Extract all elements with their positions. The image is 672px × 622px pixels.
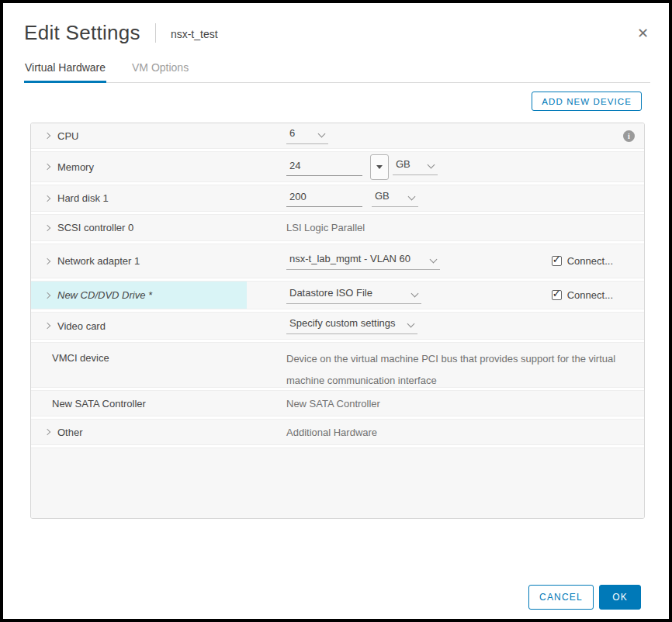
expand-chevron-icon[interactable] xyxy=(44,164,50,170)
network-select[interactable]: nsx-t_lab_mgmt - VLAN 60 xyxy=(286,253,440,270)
dialog-header: Edit Settings nsx-t_test ✕ xyxy=(3,3,669,45)
row-scsi-control-cell: LSI Logic Parallel xyxy=(286,215,644,240)
memory-size-input[interactable] xyxy=(286,158,362,176)
row-network-control-cell: nsx-t_lab_mgmt - VLAN 60 xyxy=(286,244,552,278)
expand-chevron-icon[interactable] xyxy=(44,292,50,298)
video-settings-select[interactable]: Specify custom settings xyxy=(286,317,417,334)
row-label: New SATA Controller xyxy=(52,398,146,409)
video-settings-value: Specify custom settings xyxy=(289,317,396,329)
row-other-label-cell: Other xyxy=(31,420,247,444)
row-other: Other Additional Hardware xyxy=(31,419,644,445)
check-icon: ✓ xyxy=(552,288,561,299)
network-select-value: nsx-t_lab_mgmt - VLAN 60 xyxy=(289,253,410,264)
row-vmci-control-cell: Device on the virtual machine PCI bus th… xyxy=(286,343,644,387)
row-video-control-cell: Specify custom settings xyxy=(286,313,644,339)
scsi-controller-value: LSI Logic Parallel xyxy=(286,222,365,233)
row-video-label-cell: Video card xyxy=(31,313,247,339)
connect-checkbox-label: Connect... xyxy=(567,255,613,267)
row-sata-control-cell: New SATA Controller xyxy=(286,391,644,416)
cpu-count-select[interactable]: 6 xyxy=(286,127,328,144)
disk-size-input[interactable] xyxy=(286,189,362,207)
cd-dvd-media-select[interactable]: Datastore ISO File xyxy=(286,287,421,304)
row-sata-controller: New SATA Controller New SATA Controller xyxy=(31,390,644,416)
vmci-description: Device on the virtual machine PCI bus th… xyxy=(286,348,620,392)
disk-unit-select[interactable]: GB xyxy=(372,190,418,207)
chevron-down-icon xyxy=(430,255,438,263)
row-sata-label-cell: New SATA Controller xyxy=(31,391,247,416)
title-divider xyxy=(155,23,156,43)
empty-row xyxy=(31,447,644,518)
chevron-down-icon xyxy=(411,289,419,297)
row-scsi-label-cell: SCSI controller 0 xyxy=(31,215,247,240)
row-network-right-zone: ✓ Connect... xyxy=(552,244,644,278)
row-cpu: CPU 6 i xyxy=(31,123,644,149)
connect-checkbox-label: Connect... xyxy=(567,289,613,301)
tab-virtual-hardware[interactable]: Virtual Hardware xyxy=(24,61,106,83)
stepper-down-icon xyxy=(376,165,383,169)
expand-chevron-icon[interactable] xyxy=(44,224,50,230)
expand-chevron-icon[interactable] xyxy=(44,133,50,139)
row-network-label-cell: Network adapter 1 xyxy=(31,244,247,278)
tab-content: ADD NEW DEVICE CPU 6 i xyxy=(3,83,669,619)
dialog-footer: CANCEL OK xyxy=(30,585,645,610)
tab-vm-options[interactable]: VM Options xyxy=(131,61,189,83)
chevron-down-icon xyxy=(428,161,435,169)
hardware-table: CPU 6 i Memory xyxy=(30,123,645,519)
row-label: Video card xyxy=(57,320,106,332)
row-vmci-device: VMCI device Device on the virtual machin… xyxy=(31,342,644,388)
row-other-control-cell: Additional Hardware xyxy=(286,420,644,444)
row-label: Other xyxy=(57,427,83,438)
row-network-adapter: Network adapter 1 nsx-t_lab_mgmt - VLAN … xyxy=(31,244,644,278)
row-cd-dvd-right-zone: ✓ Connect... xyxy=(552,282,644,309)
row-video-card: Video card Specify custom settings xyxy=(31,312,644,340)
row-hard-disk-1: Hard disk 1 GB xyxy=(31,185,644,212)
other-hardware-value: Additional Hardware xyxy=(286,427,377,438)
row-label: Hard disk 1 xyxy=(57,192,109,204)
expand-chevron-icon[interactable] xyxy=(44,257,50,264)
close-icon[interactable]: ✕ xyxy=(636,25,650,42)
row-label: SCSI controller 0 xyxy=(57,222,133,233)
row-memory-label-cell: Memory xyxy=(31,152,247,181)
cancel-button[interactable]: CANCEL xyxy=(528,585,594,610)
vm-name: nsx-t_test xyxy=(171,26,218,40)
row-scsi-controller: SCSI controller 0 LSI Logic Parallel xyxy=(31,214,644,241)
chevron-down-icon xyxy=(318,130,326,138)
row-cpu-label-cell: CPU xyxy=(31,123,247,148)
row-label: New CD/DVD Drive * xyxy=(57,289,152,301)
row-hard-disk-label-cell: Hard disk 1 xyxy=(31,185,247,211)
memory-unit-select[interactable]: GB xyxy=(393,158,438,175)
connect-checkbox[interactable]: ✓ xyxy=(552,290,562,300)
expand-chevron-icon[interactable] xyxy=(44,429,50,435)
ok-button[interactable]: OK xyxy=(599,585,641,610)
expand-chevron-icon[interactable] xyxy=(44,323,50,329)
chevron-down-icon xyxy=(407,320,415,328)
row-label: Network adapter 1 xyxy=(57,255,140,267)
disk-unit-value: GB xyxy=(375,190,390,202)
connect-checkbox[interactable]: ✓ xyxy=(552,256,562,266)
dialog-title: Edit Settings xyxy=(24,21,140,45)
chevron-down-icon xyxy=(408,192,416,200)
row-label: CPU xyxy=(57,130,78,142)
memory-unit-value: GB xyxy=(396,158,410,170)
cd-dvd-media-value: Datastore ISO File xyxy=(289,287,372,299)
memory-stepper[interactable] xyxy=(370,154,389,180)
row-cd-dvd-label-cell: New CD/DVD Drive * xyxy=(31,282,247,309)
row-cpu-control-cell: 6 xyxy=(286,123,623,148)
row-hard-disk-control-cell: GB xyxy=(286,185,644,211)
tab-bar: Virtual Hardware VM Options xyxy=(24,61,650,83)
row-memory: Memory GB xyxy=(31,151,644,182)
add-new-device-button[interactable]: ADD NEW DEVICE xyxy=(532,92,642,111)
expand-chevron-icon[interactable] xyxy=(44,195,50,201)
cpu-count-value: 6 xyxy=(289,127,295,139)
check-icon: ✓ xyxy=(552,254,561,265)
row-label: VMCI device xyxy=(52,352,109,364)
row-cpu-right-zone: i xyxy=(623,123,644,148)
edit-settings-dialog: Edit Settings nsx-t_test ✕ Virtual Hardw… xyxy=(3,3,669,619)
sata-controller-value: New SATA Controller xyxy=(286,398,380,409)
info-icon[interactable]: i xyxy=(623,130,635,142)
row-memory-control-cell: GB xyxy=(286,152,644,181)
row-vmci-label-cell: VMCI device xyxy=(31,343,247,387)
row-label: Memory xyxy=(57,161,94,173)
row-cd-dvd-drive: New CD/DVD Drive * Datastore ISO File ✓ … xyxy=(31,281,644,309)
row-cd-dvd-control-cell: Datastore ISO File xyxy=(286,282,552,309)
